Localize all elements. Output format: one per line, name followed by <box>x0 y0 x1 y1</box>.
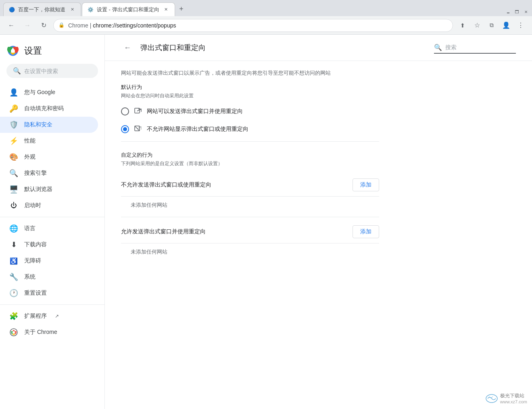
sidebar-item-google[interactable]: 👤 您与 Google <box>0 84 98 101</box>
default-behavior-label: 默认行为 <box>121 84 379 91</box>
profile-button[interactable]: 👤 <box>500 19 513 32</box>
sidebar-label-search: 搜索引擎 <box>24 170 47 177</box>
settings-page-title: 设置 <box>24 45 42 57</box>
sidebar-label-google: 您与 Google <box>24 89 55 96</box>
sidebar-item-accessibility[interactable]: ♿ 无障碍 <box>0 253 98 269</box>
address-text: Chrome | chrome://settings/content/popup… <box>68 22 448 29</box>
browser-frame: 🔵 百度一下，你就知道 ✕ ⚙️ 设置 - 弹出式窗口和重定向 ✕ + 🗕 🗖 … <box>0 0 532 409</box>
page-description: 网站可能会发送弹出式窗口以展示广告，或者使用重定向将您引导至您可能不想访问的网站 <box>121 69 379 77</box>
wrench-icon: 🔧 <box>10 273 18 281</box>
tab-settings-favicon: ⚙️ <box>87 6 94 13</box>
content-area: 网站可能会发送弹出式窗口以展示广告，或者使用重定向将您引导至您可能不想访问的网站… <box>105 61 395 268</box>
forward-button[interactable]: → <box>21 19 34 32</box>
default-behavior-sublabel: 网站会在您访问时自动采用此设置 <box>121 92 379 99</box>
chrome-label: Chrome <box>68 22 88 29</box>
sidebar-label-performance: 性能 <box>24 137 35 145</box>
download-icon: ⬇ <box>10 241 18 249</box>
radio-allow-label: 网站可以发送弹出式窗口并使用重定向 <box>147 108 243 115</box>
sidebar-label-startup: 启动时 <box>24 202 41 209</box>
tab-baidu[interactable]: 🔵 百度一下，你就知道 ✕ <box>3 2 81 16</box>
extension-icon: 🧩 <box>10 312 18 320</box>
minimize-button[interactable]: 🗕 <box>505 9 511 15</box>
nav-actions: ⬆ ☆ ⧉ 👤 ⋮ <box>456 19 527 32</box>
allowed-empty-text: 未添加任何网站 <box>121 243 379 260</box>
palette-icon: 🎨 <box>10 153 18 161</box>
sidebar-search-input[interactable] <box>24 68 95 74</box>
default-behavior-section: 默认行为 网站会在您访问时自动采用此设置 <box>121 84 379 136</box>
address-separator: | <box>88 22 93 29</box>
sidebar-label-default-browser: 默认浏览器 <box>24 186 52 193</box>
sidebar-item-downloads[interactable]: ⬇ 下载内容 <box>0 237 98 253</box>
power-icon: ⏻ <box>10 201 18 210</box>
sidebar-item-system[interactable]: 🔧 系统 <box>0 269 98 285</box>
blocked-add-row: 不允许发送弹出式窗口或使用重定向 添加 <box>121 174 379 197</box>
settings-header: 设置 <box>0 41 104 64</box>
back-button[interactable]: ← <box>5 19 18 32</box>
header-search-icon: 🔍 <box>434 44 442 51</box>
tab-baidu-title: 百度一下，你就知道 <box>18 6 65 13</box>
popup-block-icon <box>134 125 142 133</box>
bookmark-button[interactable]: ☆ <box>471 19 484 32</box>
content-back-button[interactable]: ← <box>121 41 134 54</box>
sidebar-item-about[interactable]: 关于 Chrome <box>0 324 98 340</box>
header-search[interactable]: 🔍 <box>434 42 516 54</box>
allowed-add-button[interactable]: 添加 <box>353 225 379 238</box>
sidebar-label-privacy: 隐私和安全 <box>24 121 52 128</box>
main-panel: ← 弹出式窗口和重定向 🔍 网站可能会发送弹出式窗口以展示广告，或者使用重定向将… <box>105 35 532 409</box>
section-divider <box>121 141 379 142</box>
sidebar-item-autofill[interactable]: 🔑 自动填充和密码 <box>0 101 98 117</box>
svg-point-6 <box>13 331 15 333</box>
sidebar-item-search[interactable]: 🔍 搜索引擎 <box>0 165 98 181</box>
sidebar-search-wrap[interactable]: 🔍 <box>6 64 98 78</box>
chrome-about-icon <box>10 328 18 336</box>
sidebar-item-reset[interactable]: 🕐 重置设置 <box>0 285 98 301</box>
sidebar-item-default-browser[interactable]: 🖥️ 默认浏览器 <box>0 181 98 197</box>
allowed-section: 允许发送弹出式窗口并使用重定向 添加 未添加任何网站 <box>121 220 379 260</box>
radio-block-label: 不允许网站显示弹出式窗口或使用重定向 <box>147 126 248 133</box>
radio-option-block[interactable]: 不允许网站显示弹出式窗口或使用重定向 <box>121 122 379 136</box>
address-url: chrome://settings/content/popups <box>93 22 176 29</box>
nav-bar: ← → ↻ 🔒 Chrome | chrome://settings/conte… <box>0 16 532 35</box>
sidebar-label-about: 关于 Chrome <box>24 329 57 336</box>
header-search-input[interactable] <box>445 44 516 50</box>
new-tab-button[interactable]: + <box>176 3 187 15</box>
tab-baidu-close[interactable]: ✕ <box>69 6 76 13</box>
tab-settings[interactable]: ⚙️ 设置 - 弹出式窗口和重定向 ✕ <box>82 2 175 16</box>
sidebar-label-reset: 重置设置 <box>24 289 47 297</box>
sidebar-item-appearance[interactable]: 🎨 外观 <box>0 149 98 165</box>
maximize-button[interactable]: 🗖 <box>514 9 520 15</box>
svg-point-3 <box>11 49 15 53</box>
blocked-add-button[interactable]: 添加 <box>353 178 379 191</box>
globe-icon: 🌐 <box>10 224 18 233</box>
sidebar-label-downloads: 下载内容 <box>24 241 47 248</box>
blocked-label: 不允许发送弹出式窗口或使用重定向 <box>121 181 211 189</box>
tab-settings-close[interactable]: ✕ <box>163 6 170 13</box>
sidebar-search-bar: 🔍 <box>6 64 98 78</box>
sidebar-label-language: 语言 <box>24 225 35 232</box>
search-icon: 🔍 <box>10 169 18 177</box>
watermark-url: www.xz7.com <box>500 399 527 404</box>
address-bar[interactable]: 🔒 Chrome | chrome://settings/content/pop… <box>53 19 453 32</box>
close-button[interactable]: ✕ <box>523 9 529 15</box>
browser-content: 设置 🔍 👤 您与 Google 🔑 自动填充和密码 <box>0 35 532 409</box>
radio-group: 网站可以发送弹出式窗口并使用重定向 <box>121 104 379 136</box>
radio-allow-circle <box>121 107 129 115</box>
share-button[interactable]: ⬆ <box>456 19 469 32</box>
tabs-container: 🔵 百度一下，你就知道 ✕ ⚙️ 设置 - 弹出式窗口和重定向 ✕ + <box>3 2 505 16</box>
sidebar-item-startup[interactable]: ⏻ 启动时 <box>0 197 98 214</box>
sidebar-label-appearance: 外观 <box>24 153 35 161</box>
watermark: 极光下载站 www.xz7.com <box>486 392 527 404</box>
custom-behavior-section: 自定义的行为 下列网站采用的是自定义设置（而非默认设置） 不允许发送弹出式窗口或… <box>121 151 379 260</box>
radio-option-allow[interactable]: 网站可以发送弹出式窗口并使用重定向 <box>121 104 379 119</box>
reload-button[interactable]: ↻ <box>37 19 50 32</box>
menu-button[interactable]: ⋮ <box>514 19 527 32</box>
sidebar-item-performance[interactable]: ⚡ 性能 <box>0 133 98 149</box>
reset-icon: 🕐 <box>10 289 18 297</box>
sidebar-item-language[interactable]: 🌐 语言 <box>0 220 98 237</box>
split-view-button[interactable]: ⧉ <box>485 19 498 32</box>
radio-block-circle <box>121 125 129 133</box>
tab-baidu-favicon: 🔵 <box>8 6 15 13</box>
sidebar-item-privacy[interactable]: 🛡️ 隐私和安全 <box>0 117 98 133</box>
chrome-logo <box>6 44 19 57</box>
sidebar-item-extensions[interactable]: 🧩 扩展程序 ↗ <box>0 308 98 324</box>
